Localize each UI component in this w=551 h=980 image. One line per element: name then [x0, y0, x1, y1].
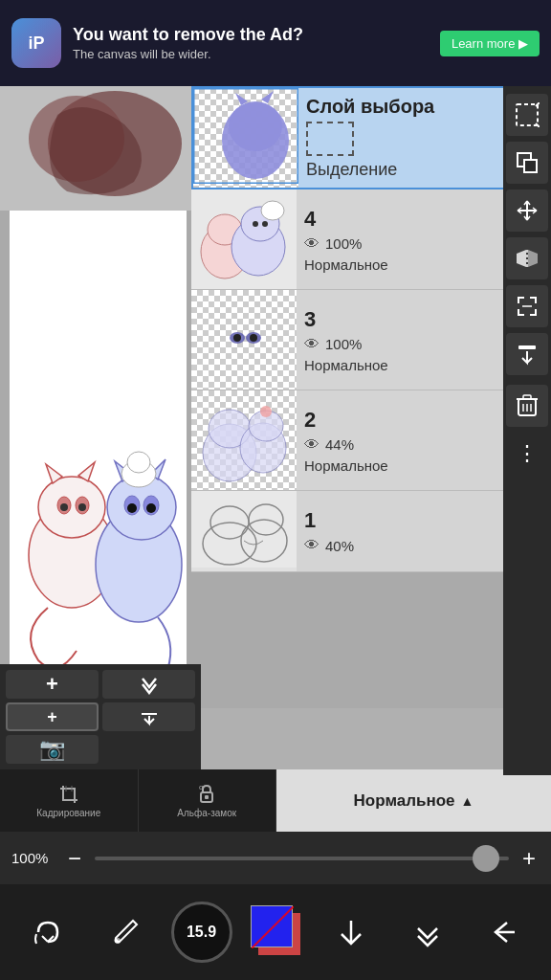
- svg-point-35: [262, 221, 268, 227]
- crop-label: Кадрирование: [36, 808, 100, 818]
- blend-mode-label: Нормальное: [354, 791, 455, 811]
- layer-1-opacity: 40%: [325, 538, 354, 554]
- ad-banner: iP You want to remove the Ad? The canvas…: [0, 0, 551, 86]
- blend-mode-button[interactable]: Нормальное ▲: [276, 769, 551, 832]
- layer-3[interactable]: 3 👁 100% Нормальное: [191, 290, 513, 390]
- layer-4-info: 4 👁 100% Нормальное: [297, 189, 513, 289]
- app-area: + + 📷: [0, 86, 551, 980]
- scroll-down-alt-button[interactable]: [399, 903, 456, 961]
- layer-4[interactable]: 4 👁 100% Нормальное: [191, 189, 513, 290]
- canvas-bottom-toolbar: + + 📷: [0, 664, 201, 769]
- layer-2-mode: Нормальное: [304, 457, 505, 474]
- layer-2-opacity-row: 👁 44%: [304, 436, 505, 454]
- zoom-percent-label: 100%: [11, 850, 55, 866]
- layer-4-number: 4: [304, 207, 505, 232]
- layer-4-opacity-row: 👁 100%: [304, 235, 505, 253]
- svg-point-34: [253, 221, 258, 227]
- back-button[interactable]: [474, 903, 532, 961]
- layer-2-opacity: 44%: [325, 436, 354, 453]
- layer-1[interactable]: 1 👁 40%: [191, 491, 513, 572]
- crop-mode-button[interactable]: Кадрирование: [0, 769, 139, 832]
- selection-layer[interactable]: Слой выбора Выделение: [191, 86, 513, 189]
- svg-rect-58: [523, 395, 531, 399]
- camera-button[interactable]: 📷: [6, 735, 99, 764]
- layer-3-thumbnail: [191, 290, 297, 390]
- alpha-lock-mode-button[interactable]: α Альфа-замок: [139, 769, 277, 832]
- add-layer-button[interactable]: +: [6, 670, 99, 699]
- layer-3-info: 3 👁 100% Нормальное: [297, 290, 513, 390]
- zoom-minus-button[interactable]: −: [64, 845, 85, 872]
- svg-point-44: [260, 406, 272, 417]
- zoom-slider-track[interactable]: [95, 857, 509, 860]
- bottom-nav-bar: 15.9: [0, 884, 551, 980]
- svg-point-38: [233, 334, 241, 342]
- svg-point-24: [229, 101, 282, 151]
- brush-size-indicator[interactable]: 15.9: [171, 902, 232, 963]
- ad-learn-more-button[interactable]: Learn more ▶: [440, 31, 540, 56]
- svg-point-18: [127, 503, 137, 513]
- ad-subtitle: The canvas will be wider.: [73, 47, 429, 61]
- color-swatch-front[interactable]: [251, 905, 293, 947]
- svg-point-10: [60, 503, 68, 511]
- svg-marker-26: [261, 91, 274, 103]
- svg-point-39: [250, 334, 257, 342]
- more-options-button[interactable]: ⋮: [506, 433, 548, 475]
- svg-rect-55: [518, 345, 536, 349]
- svg-line-52: [536, 123, 540, 127]
- flip-button[interactable]: [506, 237, 548, 279]
- crop-icon: [58, 784, 79, 805]
- move-down-button[interactable]: [506, 333, 548, 375]
- brush-tool-button[interactable]: [95, 903, 152, 961]
- background-sketch-topleft: [0, 86, 201, 211]
- zoom-plus-button[interactable]: +: [518, 845, 540, 872]
- flatten-button[interactable]: [102, 702, 195, 731]
- layer-2[interactable]: 2 👁 44% Нормальное: [191, 390, 513, 491]
- brush-icon: [106, 915, 141, 949]
- layer-3-eye-icon[interactable]: 👁: [304, 336, 320, 353]
- layer-1-eye-icon[interactable]: 👁: [304, 537, 320, 554]
- merge-layer-button[interactable]: [102, 670, 195, 699]
- svg-point-21: [127, 452, 150, 473]
- layer-4-thumbnail: [191, 189, 297, 289]
- layer-3-mode: Нормальное: [304, 357, 505, 373]
- right-toolbar: ⋮: [503, 86, 551, 775]
- layer-1-thumbnail: [191, 491, 297, 571]
- scroll-down-button[interactable]: [322, 903, 380, 961]
- svg-rect-50: [517, 104, 538, 125]
- undo-gesture-button[interactable]: [19, 903, 77, 961]
- drawing-canvas[interactable]: [10, 211, 187, 679]
- svg-line-66: [252, 906, 294, 948]
- layer-1-opacity-row: 👁 40%: [304, 537, 505, 554]
- svg-line-51: [536, 102, 540, 106]
- layer-2-info: 2 👁 44% Нормальное: [297, 390, 513, 490]
- mode-bar: Кадрирование α Альфа-замок Нормальное ▲: [0, 769, 551, 832]
- add-small-button[interactable]: +: [6, 702, 99, 731]
- layer-2-thumbnail: [191, 390, 297, 490]
- svg-rect-63: [205, 795, 209, 799]
- layer-2-eye-icon[interactable]: 👁: [304, 436, 320, 454]
- layer-4-mode: Нормальное: [304, 256, 505, 273]
- layer-4-eye-icon[interactable]: 👁: [304, 235, 320, 253]
- down-arrow-icon: [336, 917, 366, 947]
- zoom-slider-thumb[interactable]: [473, 845, 499, 872]
- delete-button[interactable]: [506, 385, 548, 427]
- transform-button[interactable]: [506, 142, 548, 184]
- selection-layer-title: Слой выбора: [306, 96, 503, 118]
- layer-3-opacity: 100%: [325, 336, 362, 352]
- layer-1-info: 1 👁 40%: [297, 491, 513, 571]
- svg-point-5: [38, 477, 105, 538]
- double-down-arrow-icon: [412, 917, 443, 947]
- svg-point-19: [146, 503, 156, 513]
- move-button[interactable]: [506, 189, 548, 232]
- layers-panel: Слой выбора Выделение: [191, 86, 513, 775]
- ad-text-block: You want to remove the Ad? The canvas wi…: [73, 25, 429, 62]
- layer-3-opacity-row: 👁 100%: [304, 336, 505, 353]
- ad-title: You want to remove the Ad?: [73, 25, 429, 46]
- fit-to-screen-button[interactable]: [506, 285, 548, 327]
- back-arrow-icon: [488, 917, 518, 947]
- selection-layer-info: Слой выбора Выделение: [298, 88, 511, 188]
- selection-tool-button[interactable]: [506, 94, 548, 136]
- color-swatch-container[interactable]: [251, 905, 304, 959]
- alpha-lock-icon: α: [196, 784, 217, 805]
- selection-layer-thumbnail: [193, 88, 298, 188]
